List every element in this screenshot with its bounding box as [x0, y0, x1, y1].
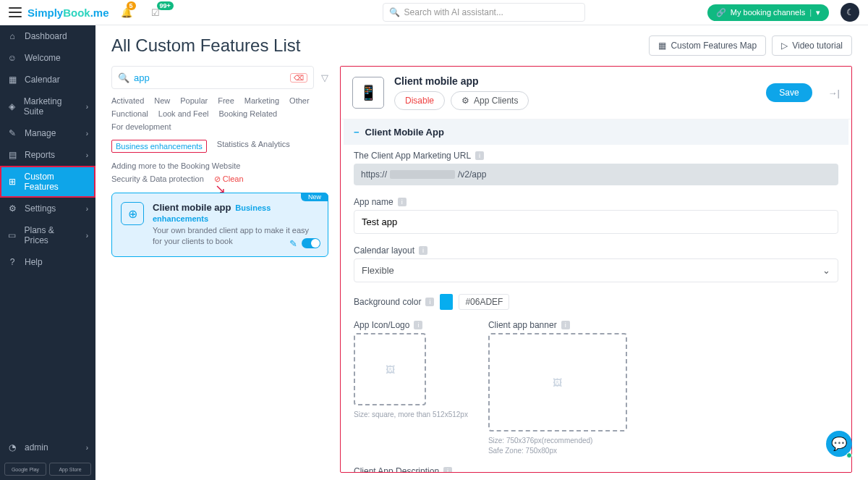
- logo[interactable]: SimplyBook.me: [27, 7, 109, 19]
- filter-tag[interactable]: Statistics & Analytics: [217, 140, 290, 153]
- tasks-icon[interactable]: ☑99+: [151, 7, 160, 18]
- filter-tag[interactable]: New: [154, 96, 170, 105]
- search-icon: 🔍: [118, 72, 129, 83]
- filter-tag[interactable]: Booking Related: [218, 109, 277, 118]
- app-clients-button[interactable]: ⚙App Clients: [451, 91, 529, 110]
- filter-tag[interactable]: Free: [218, 96, 234, 105]
- info-icon[interactable]: i: [425, 298, 434, 306]
- banner-hint: Size: 750x376px(recommended)Safe Zone: 7…: [488, 436, 627, 456]
- sidebar-item-reports[interactable]: ▤Reports›: [0, 144, 95, 166]
- chevron-right-icon: ›: [86, 103, 88, 111]
- sidebar-item-marketing-suite[interactable]: ◈Marketing Suite›: [0, 90, 95, 122]
- filter-tag[interactable]: Business enhancements: [111, 140, 207, 153]
- mobile-app-icon: 📱: [352, 77, 384, 109]
- page-title: All Custom Features List: [111, 35, 300, 56]
- sidebar-item-settings[interactable]: ⚙Settings›: [0, 198, 95, 219]
- play-icon: ▷: [781, 41, 788, 51]
- nav-icon: ?: [7, 257, 17, 267]
- theme-toggle[interactable]: ☾: [841, 3, 859, 22]
- sidebar-item-custom-features[interactable]: ⊞Custom Features: [0, 166, 95, 198]
- user-icon: ◔: [7, 442, 17, 452]
- info-icon[interactable]: i: [475, 151, 484, 160]
- sidebar-item-help[interactable]: ?Help: [0, 251, 95, 273]
- info-icon[interactable]: i: [414, 321, 422, 329]
- video-tutorial-button[interactable]: ▷Video tutorial: [772, 35, 852, 56]
- icon-hint: Size: square, more than 512x512px: [354, 410, 468, 420]
- nav-icon: ◈: [7, 101, 17, 111]
- map-icon: ▦: [658, 41, 666, 51]
- chevron-down-icon: ⌄: [822, 265, 830, 276]
- filter-tag[interactable]: Marketing: [244, 96, 279, 105]
- info-icon[interactable]: i: [398, 198, 407, 206]
- app-icon-upload[interactable]: 🖼: [354, 333, 426, 405]
- filter-tag[interactable]: Look and Feel: [158, 109, 209, 118]
- sidebar-item-admin[interactable]: ◔ admin ›: [0, 437, 95, 458]
- chevron-down-icon: ▾: [816, 8, 820, 17]
- menu-toggle[interactable]: [9, 7, 22, 17]
- save-button[interactable]: Save: [766, 83, 812, 102]
- ai-search[interactable]: 🔍Search with AI assistant...: [383, 3, 585, 22]
- sidebar-item-welcome[interactable]: ☺Welcome: [0, 47, 95, 69]
- nav-icon: ⊞: [7, 177, 17, 187]
- image-icon: 🖼: [553, 377, 562, 388]
- section-header[interactable]: −Client Mobile App: [344, 119, 848, 145]
- nav-icon: ⌂: [7, 31, 17, 41]
- panel-title: Client mobile app: [394, 75, 529, 87]
- sidebar-item-dashboard[interactable]: ⌂Dashboard: [0, 25, 95, 47]
- booking-channels-button[interactable]: 🔗My booking channels|▾: [707, 4, 829, 21]
- mobile-app-icon: ⊕: [121, 202, 144, 225]
- chevron-right-icon: ›: [86, 205, 88, 213]
- info-icon[interactable]: i: [561, 321, 570, 329]
- nav-icon: ▦: [7, 75, 17, 85]
- edit-icon[interactable]: ✎: [289, 238, 297, 249]
- color-swatch[interactable]: [440, 294, 453, 310]
- app-store-button[interactable]: App Store: [49, 463, 91, 476]
- bell-icon[interactable]: 🔔5: [121, 7, 132, 18]
- feature-search-input[interactable]: [134, 72, 286, 83]
- features-map-button[interactable]: ▦Custom Features Map: [649, 35, 766, 56]
- sidebar-item-plans-prices[interactable]: ▭Plans & Prices›: [0, 219, 95, 251]
- filter-icon[interactable]: ▽: [321, 72, 328, 83]
- sidebar-item-calendar[interactable]: ▦Calendar: [0, 69, 95, 90]
- new-badge: New: [301, 193, 328, 201]
- search-icon: 🔍: [389, 7, 400, 17]
- filter-tag[interactable]: Functional: [111, 109, 148, 118]
- filter-tag[interactable]: Adding more to the Booking Website: [111, 161, 240, 170]
- status-dot: [846, 452, 852, 458]
- calendar-layout-select[interactable]: Flexible⌄: [354, 258, 838, 282]
- feature-toggle[interactable]: [302, 238, 320, 248]
- app-banner-upload[interactable]: 🖼: [488, 333, 627, 431]
- info-icon[interactable]: i: [419, 246, 427, 255]
- chevron-right-icon: ›: [86, 232, 88, 240]
- chevron-right-icon: ›: [86, 130, 88, 138]
- sidebar-item-manage[interactable]: ✎Manage›: [0, 122, 95, 144]
- filter-tag[interactable]: For development: [111, 122, 171, 131]
- clear-search-button[interactable]: ⌫: [290, 73, 307, 83]
- nav-icon: ☺: [7, 53, 17, 63]
- info-icon[interactable]: i: [443, 467, 452, 472]
- link-icon: 🔗: [716, 8, 726, 17]
- nav-icon: ⚙: [7, 203, 17, 214]
- color-hex-input[interactable]: #06ADEF: [459, 294, 509, 310]
- collapse-icon[interactable]: →|: [828, 88, 840, 98]
- filter-tag[interactable]: Other: [289, 96, 310, 105]
- marketing-url-readonly: https:///v2/app: [354, 164, 838, 185]
- nav-icon: ✎: [7, 128, 17, 138]
- chevron-right-icon: ›: [86, 444, 88, 452]
- disable-button[interactable]: Disable: [394, 91, 445, 110]
- google-play-button[interactable]: Google Play: [4, 463, 46, 476]
- feature-card-client-mobile-app[interactable]: New ⊕ Client mobile appBusiness enhancem…: [111, 193, 328, 257]
- filter-tag[interactable]: Popular: [180, 96, 208, 105]
- sidebar: ⌂Dashboard☺Welcome▦Calendar◈Marketing Su…: [0, 25, 95, 480]
- gear-icon: ⚙: [461, 96, 469, 106]
- nav-icon: ▭: [7, 230, 17, 240]
- nav-icon: ▤: [7, 150, 17, 160]
- app-name-input[interactable]: [354, 210, 838, 234]
- filter-tag[interactable]: Activated: [111, 96, 144, 105]
- minus-icon: −: [354, 127, 359, 138]
- image-icon: 🖼: [386, 364, 395, 375]
- chevron-right-icon: ›: [86, 151, 88, 159]
- filter-tag[interactable]: Security & Data protection: [111, 174, 204, 184]
